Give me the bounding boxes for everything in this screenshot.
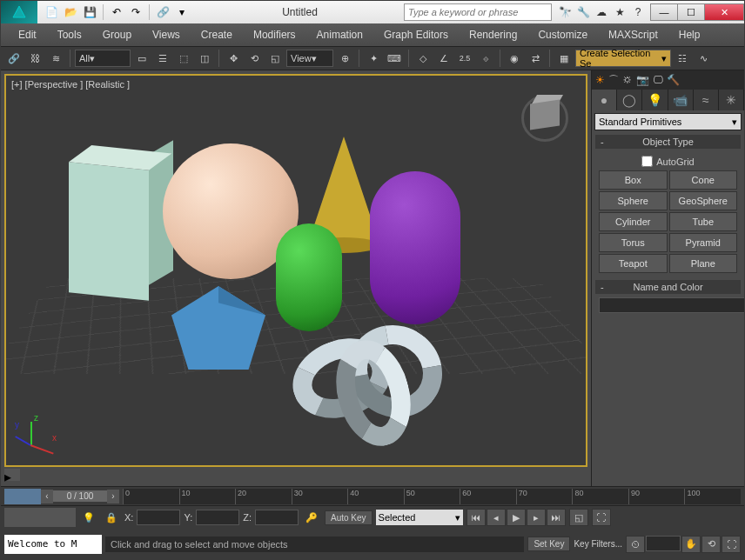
- select-icon[interactable]: ▭: [132, 49, 151, 68]
- qat-dropdown-icon[interactable]: ▾: [173, 3, 191, 21]
- primitive-torus[interactable]: Torus: [599, 233, 668, 252]
- time-prev-icon[interactable]: ‹: [41, 490, 53, 503]
- move-tool-icon[interactable]: ✥: [224, 49, 243, 68]
- sun-icon[interactable]: ☀: [595, 74, 605, 86]
- scale-tool-icon[interactable]: ◱: [265, 49, 285, 68]
- time-next-icon[interactable]: ›: [107, 490, 119, 503]
- rollout-header-name-color[interactable]: -Name and Color: [595, 280, 741, 294]
- key-icon[interactable]: 🔑: [302, 508, 321, 527]
- object-name-input[interactable]: [599, 297, 744, 313]
- time-ruler[interactable]: 010 2030 4050 6070 8090 100: [123, 489, 741, 504]
- snap-toggle-icon[interactable]: ◇: [413, 49, 433, 68]
- open-file-icon[interactable]: 📂: [62, 3, 79, 21]
- search-input[interactable]: [404, 3, 552, 21]
- primitive-pyramid[interactable]: Pyramid: [669, 233, 738, 252]
- percent-snap-icon[interactable]: 2.5: [455, 49, 474, 68]
- lights-icon[interactable]: ⛭: [622, 74, 633, 86]
- track-bar-thumbnail[interactable]: [4, 489, 41, 504]
- ref-coord-dropdown[interactable]: View ▾: [286, 50, 333, 67]
- menu-create[interactable]: Create: [191, 26, 243, 43]
- tab-helpers-icon[interactable]: ≈: [694, 90, 719, 110]
- menu-modifiers[interactable]: Modifiers: [243, 26, 306, 43]
- category-dropdown[interactable]: Standard Primitives▾: [594, 113, 742, 130]
- spinner-snap-icon[interactable]: ⟐: [476, 49, 495, 68]
- menu-customize[interactable]: Customize: [527, 26, 598, 43]
- maximize-button[interactable]: ☐: [677, 3, 705, 21]
- object-capsule-small[interactable]: [276, 223, 342, 331]
- curve-editor-icon[interactable]: ∿: [694, 49, 713, 68]
- prev-frame-icon[interactable]: ◂: [487, 509, 506, 526]
- primitive-box[interactable]: Box: [599, 170, 668, 190]
- menu-group[interactable]: Group: [92, 26, 142, 43]
- goto-end-icon[interactable]: ⏭: [547, 509, 566, 526]
- lock-icon[interactable]: 💡: [79, 508, 98, 527]
- object-box[interactable]: [69, 162, 149, 301]
- time-slider[interactable]: ‹ 0 / 100 ›: [41, 490, 119, 503]
- goto-start-icon[interactable]: ⏮: [466, 509, 486, 526]
- key-mode-dropdown[interactable]: Selected▾: [376, 510, 463, 525]
- display-icon[interactable]: 🖵: [653, 74, 663, 86]
- primitive-tube[interactable]: Tube: [669, 212, 738, 231]
- star-icon[interactable]: ★: [612, 4, 628, 20]
- window-crossing-icon[interactable]: ◫: [195, 49, 214, 68]
- close-button[interactable]: ✕: [704, 3, 744, 21]
- z-coord-input[interactable]: [255, 510, 299, 525]
- zoom-extents-icon[interactable]: ⛶: [592, 509, 611, 526]
- mirror-icon[interactable]: ⇄: [526, 49, 545, 68]
- pivot-icon[interactable]: ⊕: [335, 49, 354, 68]
- x-coord-input[interactable]: [137, 510, 180, 525]
- viewport[interactable]: [+] [Perspective ] [Realistic ]: [4, 74, 587, 467]
- menu-graph-editors[interactable]: Graph Editors: [373, 26, 459, 43]
- selection-set-dropdown[interactable]: Create Selection Se ▾: [575, 50, 671, 67]
- named-sel-icon[interactable]: ◉: [505, 49, 524, 68]
- object-capsule-large[interactable]: [370, 171, 460, 324]
- unlink-tool-icon[interactable]: ⛓: [25, 49, 44, 68]
- tab-spacewarps-icon[interactable]: ✳: [719, 90, 744, 110]
- rollout-header-object-type[interactable]: -Object Type: [595, 135, 741, 149]
- tab-cameras-icon[interactable]: 📹: [668, 90, 694, 110]
- select-name-icon[interactable]: ☰: [153, 49, 172, 68]
- link-tool-icon[interactable]: 🔗: [4, 49, 23, 68]
- select-region-icon[interactable]: ⬚: [174, 49, 193, 68]
- save-file-icon[interactable]: 💾: [81, 3, 98, 21]
- pan-view-icon[interactable]: ✋: [681, 536, 701, 553]
- primitive-teapot[interactable]: Teapot: [599, 254, 668, 273]
- arc-icon[interactable]: ⌒: [608, 73, 619, 88]
- script-listener[interactable]: Welcome to M: [4, 535, 102, 554]
- autokey-button[interactable]: Auto Key: [325, 510, 372, 525]
- menu-maxscript[interactable]: MAXScript: [598, 26, 668, 43]
- cloud-icon[interactable]: ☁: [594, 4, 609, 20]
- align-icon[interactable]: ▦: [554, 49, 574, 68]
- link-icon[interactable]: 🔗: [154, 3, 171, 21]
- tab-geometry-icon[interactable]: ●: [592, 90, 617, 110]
- setkey-button[interactable]: Set Key: [527, 537, 570, 551]
- object-torus-knot[interactable]: [283, 319, 464, 448]
- viewport-tab-toggle[interactable]: ▸: [4, 469, 20, 481]
- viewport-label[interactable]: [+] [Perspective ] [Realistic ]: [11, 79, 130, 90]
- menu-edit[interactable]: Edit: [8, 26, 47, 43]
- tools-icon[interactable]: 🔧: [575, 4, 591, 20]
- angle-snap-icon[interactable]: ∠: [434, 49, 453, 68]
- new-file-icon[interactable]: 📄: [43, 3, 60, 21]
- menu-help[interactable]: Help: [668, 26, 711, 43]
- maximize-viewport-icon[interactable]: ⛶: [722, 536, 741, 553]
- undo-icon[interactable]: ↶: [108, 3, 125, 21]
- key-filters-button[interactable]: Key Filters...: [574, 539, 622, 549]
- menu-views[interactable]: Views: [142, 26, 191, 43]
- orbit-view-icon[interactable]: ⟲: [701, 536, 721, 553]
- play-icon[interactable]: ▶: [507, 509, 526, 526]
- minimize-button[interactable]: —: [650, 3, 678, 21]
- viewcube[interactable]: [518, 91, 572, 145]
- rotate-tool-icon[interactable]: ⟲: [245, 49, 264, 68]
- camera-icon[interactable]: 📷: [636, 74, 649, 86]
- current-frame-input[interactable]: [646, 536, 681, 551]
- autogrid-checkbox[interactable]: [641, 156, 653, 167]
- utilities-icon[interactable]: 🔨: [667, 74, 680, 86]
- layer-manager-icon[interactable]: ☷: [673, 49, 692, 68]
- lock-selection-icon[interactable]: 🔒: [102, 508, 121, 527]
- primitive-sphere[interactable]: Sphere: [599, 191, 668, 210]
- help-icon[interactable]: ?: [630, 4, 646, 20]
- redo-icon[interactable]: ↷: [127, 3, 144, 21]
- next-frame-icon[interactable]: ▸: [527, 509, 546, 526]
- binoculars-icon[interactable]: 🔭: [557, 4, 573, 20]
